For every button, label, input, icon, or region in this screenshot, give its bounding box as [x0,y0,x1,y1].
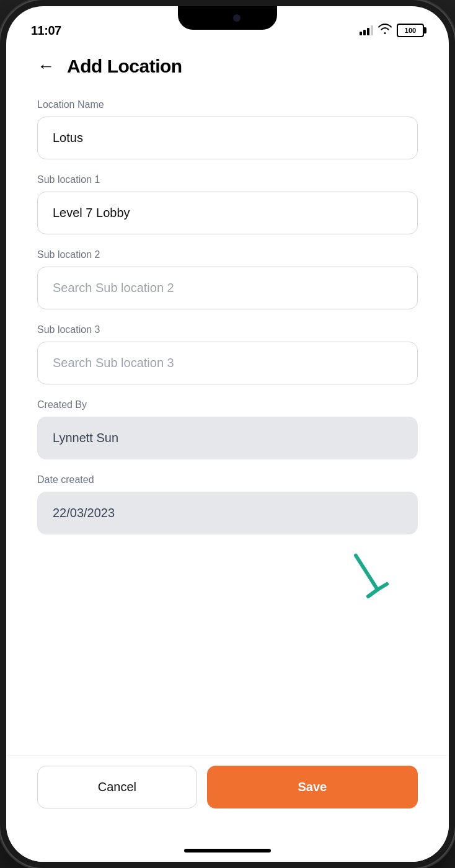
bottom-bar: Cancel Save [6,755,449,839]
created-by-input [37,417,418,459]
wifi-icon [378,24,392,38]
save-button[interactable]: Save [207,766,418,808]
back-button[interactable]: ← [37,56,55,76]
status-time: 11:07 [31,24,61,38]
location-name-label: Location Name [37,99,418,110]
sub-location-3-label: Sub location 3 [37,324,418,335]
sub-location-1-label: Sub location 1 [37,174,418,185]
date-created-input [37,492,418,534]
content-area: ← Add Location Location Name Sub locatio… [6,43,449,755]
sub-location-2-label: Sub location 2 [37,249,418,260]
cancel-button[interactable]: Cancel [37,766,197,808]
location-name-input[interactable] [37,117,418,159]
status-bar: 11:07 100 [6,6,449,43]
battery-icon: 100 [397,24,424,37]
home-bar [184,849,271,852]
page-header: ← Add Location [37,56,418,77]
date-created-field-group: Date created [37,474,418,534]
created-by-label: Created By [37,399,418,410]
created-by-field-group: Created By [37,399,418,459]
page-title: Add Location [67,56,182,77]
sub-location-3-input[interactable] [37,342,418,384]
notch [178,6,277,30]
svg-line-0 [356,556,378,590]
sub-location-3-field-group: Sub location 3 [37,324,418,384]
status-icons: 100 [360,24,424,38]
sub-location-2-input[interactable] [37,267,418,309]
signal-icon [360,25,373,35]
date-created-label: Date created [37,474,418,485]
sub-location-1-field-group: Sub location 1 [37,174,418,234]
location-name-field-group: Location Name [37,99,418,159]
arrow-indicator [37,549,418,599]
sub-location-1-input[interactable] [37,192,418,234]
sub-location-2-field-group: Sub location 2 [37,249,418,309]
save-arrow-icon [343,549,393,599]
notch-camera [233,14,241,22]
svg-line-3 [378,584,387,590]
home-indicator [6,839,449,862]
